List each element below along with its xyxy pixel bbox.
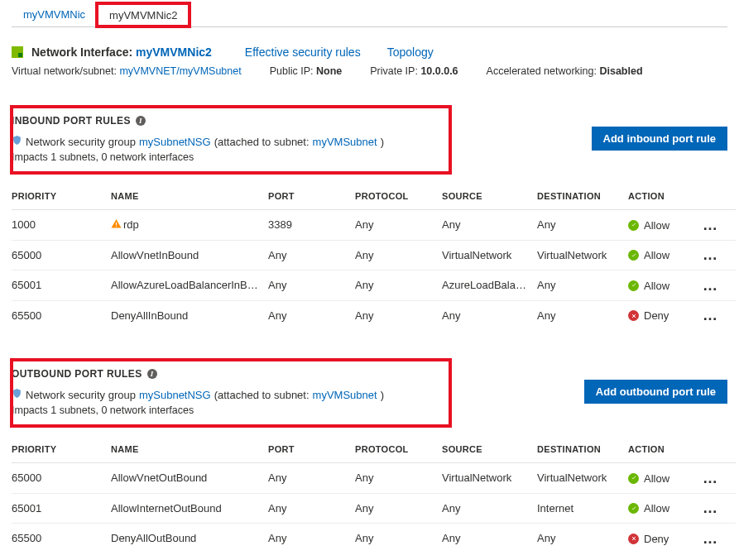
cell-priority: 65500 bbox=[12, 524, 111, 553]
network-interface-header: Network Interface: myVMVMNic2 Effective … bbox=[12, 45, 727, 77]
row-menu-button[interactable]: … bbox=[703, 524, 736, 553]
cell-action: Allow bbox=[628, 493, 703, 524]
ni-label: Network Interface: bbox=[31, 45, 132, 59]
private-ip-label: Private IP: bbox=[370, 65, 418, 77]
inbound-header-box: INBOUND PORT RULES i Network security gr… bbox=[12, 107, 450, 173]
warning-icon bbox=[111, 218, 122, 229]
action-text: Deny bbox=[644, 309, 669, 322]
allow-icon bbox=[628, 503, 639, 514]
cell-destination: VirtualNetwork bbox=[537, 463, 628, 494]
row-menu-button[interactable]: … bbox=[703, 463, 736, 494]
th-priority[interactable]: PRIORITY bbox=[12, 183, 111, 210]
th-destination[interactable]: DESTINATION bbox=[537, 436, 628, 463]
cell-destination: Any bbox=[537, 210, 628, 241]
action-text: Allow bbox=[644, 249, 669, 261]
info-icon[interactable]: i bbox=[147, 369, 157, 379]
table-row[interactable]: 65001AllowAzureLoadBalancerInBou…AnyAnyA… bbox=[12, 270, 736, 301]
th-protocol[interactable]: PROTOCOL bbox=[355, 183, 442, 210]
vnet-link[interactable]: myVMVNET/myVMSubnet bbox=[119, 65, 241, 77]
th-name[interactable]: NAME bbox=[111, 183, 268, 210]
public-ip-label: Public IP: bbox=[270, 65, 314, 77]
cell-action: Allow bbox=[628, 270, 703, 301]
table-row[interactable]: 65001AllowInternetOutBoundAnyAnyAnyInter… bbox=[12, 493, 736, 524]
cell-protocol: Any bbox=[355, 524, 442, 553]
action-text: Allow bbox=[644, 219, 669, 232]
topology-link[interactable]: Topology bbox=[387, 45, 434, 59]
row-menu-button[interactable]: … bbox=[703, 240, 736, 270]
row-menu-button[interactable]: … bbox=[703, 300, 736, 330]
cell-port: Any bbox=[268, 463, 355, 494]
row-menu-button[interactable]: … bbox=[703, 493, 736, 524]
cell-action: Allow bbox=[628, 463, 703, 494]
cell-priority: 1000 bbox=[12, 210, 111, 241]
nsg-subnet-link[interactable]: myVMSubnet bbox=[313, 136, 377, 148]
nsg-name-link[interactable]: mySubnetNSG bbox=[139, 389, 211, 401]
nsg-name-link[interactable]: mySubnetNSG bbox=[139, 136, 211, 148]
cell-priority: 65001 bbox=[12, 493, 111, 524]
inbound-title: INBOUND PORT RULES bbox=[12, 115, 131, 127]
cell-action: Allow bbox=[628, 240, 703, 270]
cell-action: Deny bbox=[628, 300, 703, 330]
th-destination[interactable]: DESTINATION bbox=[537, 183, 628, 210]
shield-icon bbox=[12, 135, 22, 148]
cell-priority: 65000 bbox=[12, 463, 111, 494]
outbound-table: PRIORITY NAME PORT PROTOCOL SOURCE DESTI… bbox=[12, 436, 736, 553]
shield-icon bbox=[12, 388, 22, 401]
info-icon[interactable]: i bbox=[136, 116, 146, 126]
add-inbound-rule-button[interactable]: Add inbound port rule bbox=[592, 127, 727, 151]
cell-name: DenyAllInBound bbox=[111, 300, 268, 330]
cell-name: AllowInternetOutBound bbox=[111, 493, 268, 524]
th-name[interactable]: NAME bbox=[111, 436, 268, 463]
cell-protocol: Any bbox=[355, 463, 442, 494]
th-port[interactable]: PORT bbox=[268, 436, 355, 463]
cell-protocol: Any bbox=[355, 300, 442, 330]
th-source[interactable]: SOURCE bbox=[442, 436, 537, 463]
th-port[interactable]: PORT bbox=[268, 183, 355, 210]
th-action[interactable]: ACTION bbox=[628, 436, 703, 463]
outbound-title: OUTBOUND PORT RULES bbox=[12, 368, 142, 380]
effective-security-rules-link[interactable]: Effective security rules bbox=[245, 45, 361, 59]
nsg-attached-suffix: ) bbox=[381, 389, 384, 401]
nic-tabs: myVMVMNic myVMVMNic2 bbox=[12, 0, 727, 27]
cell-name: AllowAzureLoadBalancerInBou… bbox=[111, 270, 268, 301]
table-row[interactable]: 65000AllowVnetInBoundAnyAnyVirtualNetwor… bbox=[12, 240, 736, 270]
nsg-impacts: Impacts 1 subnets, 0 network interfaces bbox=[12, 151, 384, 163]
table-row[interactable]: 65000AllowVnetOutBoundAnyAnyVirtualNetwo… bbox=[12, 463, 736, 494]
cell-port: Any bbox=[268, 493, 355, 524]
tab-nic2[interactable]: myVMVMNic2 bbox=[97, 3, 190, 26]
cell-action: Deny bbox=[628, 524, 703, 553]
vnet-label: Virtual network/subnet: bbox=[12, 65, 117, 77]
cell-protocol: Any bbox=[355, 493, 442, 524]
th-source[interactable]: SOURCE bbox=[442, 183, 537, 210]
public-ip-value: None bbox=[316, 65, 342, 77]
cell-source: VirtualNetwork bbox=[442, 463, 537, 494]
nsg-subnet-link[interactable]: myVMSubnet bbox=[313, 389, 377, 401]
allow-icon bbox=[628, 220, 639, 231]
row-menu-button[interactable]: … bbox=[703, 210, 736, 241]
nsg-prefix: Network security group bbox=[26, 136, 136, 148]
th-protocol[interactable]: PROTOCOL bbox=[355, 436, 442, 463]
table-row[interactable]: 65500DenyAllOutBoundAnyAnyAnyAnyDeny… bbox=[12, 524, 736, 553]
cell-source: Any bbox=[442, 524, 537, 553]
cell-action: Allow bbox=[628, 210, 703, 241]
cell-port: Any bbox=[268, 524, 355, 553]
tab-nic1[interactable]: myVMVMNic bbox=[12, 3, 97, 26]
nsg-attached-prefix: (attached to subnet: bbox=[214, 389, 310, 401]
action-text: Allow bbox=[644, 502, 669, 515]
add-outbound-rule-button[interactable]: Add outbound port rule bbox=[584, 380, 727, 404]
private-ip-value: 10.0.0.6 bbox=[420, 65, 458, 77]
cell-name: rdp bbox=[111, 210, 268, 241]
ni-name-link[interactable]: myVMVMNic2 bbox=[136, 45, 212, 59]
table-row[interactable]: 1000rdp3389AnyAnyAnyAllow… bbox=[12, 210, 736, 241]
cell-source: VirtualNetwork bbox=[442, 240, 537, 270]
cell-port: Any bbox=[268, 300, 355, 330]
table-row[interactable]: 65500DenyAllInBoundAnyAnyAnyAnyDeny… bbox=[12, 300, 736, 330]
cell-destination: Any bbox=[537, 524, 628, 553]
deny-icon bbox=[628, 310, 639, 321]
th-action[interactable]: ACTION bbox=[628, 183, 703, 210]
th-priority[interactable]: PRIORITY bbox=[12, 436, 111, 463]
row-menu-button[interactable]: … bbox=[703, 270, 736, 301]
cell-name: AllowVnetInBound bbox=[111, 240, 268, 270]
allow-icon bbox=[628, 473, 639, 484]
nsg-prefix: Network security group bbox=[26, 389, 136, 401]
